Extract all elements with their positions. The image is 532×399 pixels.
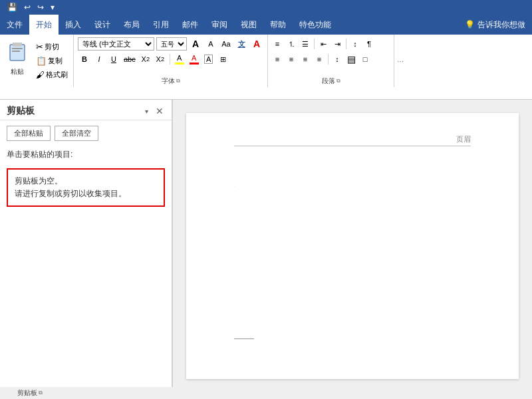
format-painter-icon: 🖌 xyxy=(36,70,45,80)
quick-access-toolbar[interactable]: 💾 ↩ ↪ ▾ xyxy=(5,3,57,12)
borders-para-button[interactable]: □ xyxy=(358,53,372,66)
svg-rect-4 xyxy=(12,51,20,52)
para-sep3 xyxy=(328,54,329,65)
paste-icon xyxy=(7,41,27,66)
clipboard-empty-line1: 剪贴板为空。 xyxy=(15,175,157,188)
panel-close-button[interactable]: ✕ xyxy=(154,106,165,116)
paste-all-button[interactable]: 全部粘贴 xyxy=(7,126,51,141)
panel-collapse-button[interactable]: ▾ xyxy=(141,106,152,116)
para-row1: ≡ ⒈ ☰ ⇤ ⇥ ↕ ¶ xyxy=(271,37,391,51)
menu-item-mailings[interactable]: 邮件 xyxy=(176,15,205,35)
strikethrough-button[interactable]: abc xyxy=(122,53,138,66)
clipboard-expand-icon[interactable]: ⧉ xyxy=(39,390,43,396)
font-row1: 等线 (中文正文 五号 A A Aa 文 A xyxy=(78,37,263,51)
menu-item-special[interactable]: 特色功能 xyxy=(293,15,338,35)
multilevel-list-button[interactable]: ☰ xyxy=(299,37,312,51)
ribbon-extra: ··· xyxy=(394,35,532,87)
ribbon-right-groups: ··· xyxy=(397,57,404,66)
bullets-button[interactable]: ≡ xyxy=(271,37,284,51)
undo-icon[interactable]: ↩ xyxy=(22,3,33,12)
clipboard-panel-header: 剪贴板 ▾ ✕ xyxy=(0,100,172,120)
menu-item-insert[interactable]: 插入 xyxy=(59,15,88,35)
shading-button[interactable]: ▤ xyxy=(344,53,358,66)
subscript-button[interactable]: X2 xyxy=(139,53,152,66)
menu-item-design[interactable]: 设计 xyxy=(88,15,117,35)
title-bar: 💾 ↩ ↪ ▾ xyxy=(0,0,532,15)
para-sep2 xyxy=(346,39,346,49)
underline-button[interactable]: U xyxy=(107,53,120,66)
page-header-area: 页眉 xyxy=(234,126,471,146)
clipboard-group-label: 剪贴板 xyxy=(17,388,37,398)
line-spacing-button[interactable]: ↕ xyxy=(331,53,344,66)
menu-item-home[interactable]: 开始 xyxy=(29,15,59,35)
save-icon[interactable]: 💾 xyxy=(5,3,19,12)
clear-all-button[interactable]: 全部清空 xyxy=(55,126,98,141)
align-right-button[interactable]: ≡ xyxy=(299,53,312,66)
font-expand-icon[interactable]: ⧉ xyxy=(176,78,180,84)
show-formatting-button[interactable]: ¶ xyxy=(362,37,376,51)
font-row2: B I U abc X2 X2 A A xyxy=(78,53,263,66)
shrink-font-button[interactable]: A xyxy=(204,37,217,51)
borders-button[interactable]: ⊞ xyxy=(217,53,230,66)
paste-button[interactable]: 粘贴 xyxy=(3,37,32,80)
para-sep1 xyxy=(314,39,315,49)
svg-rect-3 xyxy=(12,48,23,49)
menu-item-file[interactable]: 文件 xyxy=(0,15,29,35)
clipboard-actions: 全部粘贴 全部清空 xyxy=(0,120,172,146)
font-highlight-color-button[interactable]: A xyxy=(188,53,201,66)
align-left-button[interactable]: ≡ xyxy=(271,53,284,66)
cut-button[interactable]: ✂ 剪切 xyxy=(33,40,70,53)
menu-item-layout[interactable]: 布局 xyxy=(117,15,146,35)
redo-icon[interactable]: ↪ xyxy=(35,3,46,12)
page-header-text: 页眉 xyxy=(456,134,471,146)
increase-indent-button[interactable]: ⇥ xyxy=(331,37,344,51)
ribbon-main: 粘贴 ✂ 剪切 📋 复制 🖌 格式刷 xyxy=(0,35,532,87)
grow-font-button[interactable]: A xyxy=(189,37,202,51)
ribbon: 粘贴 ✂ 剪切 📋 复制 🖌 格式刷 xyxy=(0,35,532,100)
font-size-select[interactable]: 五号 xyxy=(156,37,187,51)
paragraph-group-label: 段落 xyxy=(322,76,335,86)
copy-label: 复制 xyxy=(48,56,63,66)
svg-rect-2 xyxy=(13,43,22,47)
cut-icon: ✂ xyxy=(36,42,43,52)
menu-item-help[interactable]: 帮助 xyxy=(263,15,293,35)
tell-me-label: 告诉我你想做 xyxy=(477,19,525,31)
italic-button[interactable]: I xyxy=(92,53,106,66)
superscript-button[interactable]: X2 xyxy=(154,53,167,66)
document-area[interactable]: 页眉 | xyxy=(173,100,532,387)
text-highlight-button[interactable]: 文 xyxy=(235,37,248,51)
paragraph-expand-icon[interactable]: ⧉ xyxy=(336,78,340,84)
decrease-indent-button[interactable]: ⇤ xyxy=(317,37,330,51)
ribbon-group-font: 等线 (中文正文 五号 A A Aa 文 A B I U abc xyxy=(74,35,268,87)
document-page: 页眉 | xyxy=(186,113,519,379)
bold-button[interactable]: B xyxy=(78,53,91,66)
menu-bar: 文件 开始 插入 设计 布局 引用 邮件 审阅 视图 帮助 特色功能 💡 告诉我… xyxy=(0,15,532,35)
menu-item-review[interactable]: 审阅 xyxy=(205,15,234,35)
main-content: 剪贴板 ▾ ✕ 全部粘贴 全部清空 单击要粘贴的项目: 剪贴板为空。 请进行复制… xyxy=(0,100,532,387)
clipboard-empty-line2: 请进行复制或剪切以收集项目。 xyxy=(15,188,157,200)
copy-icon: 📋 xyxy=(36,56,47,66)
lightbulb-icon: 💡 xyxy=(465,20,475,29)
sort-button[interactable]: ↕ xyxy=(348,37,362,51)
font-color-button[interactable]: A xyxy=(173,53,186,66)
tell-me-box[interactable]: 💡 告诉我你想做 xyxy=(458,15,532,35)
ribbon-labels-bar xyxy=(0,87,532,99)
menu-item-references[interactable]: 引用 xyxy=(146,15,176,35)
align-center-button[interactable]: ≡ xyxy=(285,53,298,66)
change-case-button[interactable]: Aa xyxy=(219,37,233,51)
menu-item-view[interactable]: 视图 xyxy=(234,15,263,35)
svg-rect-1 xyxy=(10,45,25,61)
font-family-select[interactable]: 等线 (中文正文 xyxy=(78,37,154,51)
format-painter-button[interactable]: 🖌 格式刷 xyxy=(33,68,70,81)
ribbon-group-paragraph: ≡ ⒈ ☰ ⇤ ⇥ ↕ ¶ ≡ ≡ ≡ ≡ ↕ ▤ □ 段落 xyxy=(268,35,394,87)
clear-formatting-button[interactable]: A xyxy=(250,37,263,51)
font-shading-button[interactable]: A xyxy=(202,53,215,66)
numbering-button[interactable]: ⒈ xyxy=(285,37,298,51)
para-row2: ≡ ≡ ≡ ≡ ↕ ▤ □ xyxy=(271,53,391,66)
copy-button[interactable]: 📋 复制 xyxy=(33,54,70,67)
justify-button[interactable]: ≡ xyxy=(313,53,326,66)
clipboard-instruction: 单击要粘贴的项目: xyxy=(0,146,172,166)
footer-line xyxy=(234,338,254,339)
customize-quick-access-icon[interactable]: ▾ xyxy=(49,3,57,12)
document-body[interactable]: | xyxy=(234,180,471,189)
